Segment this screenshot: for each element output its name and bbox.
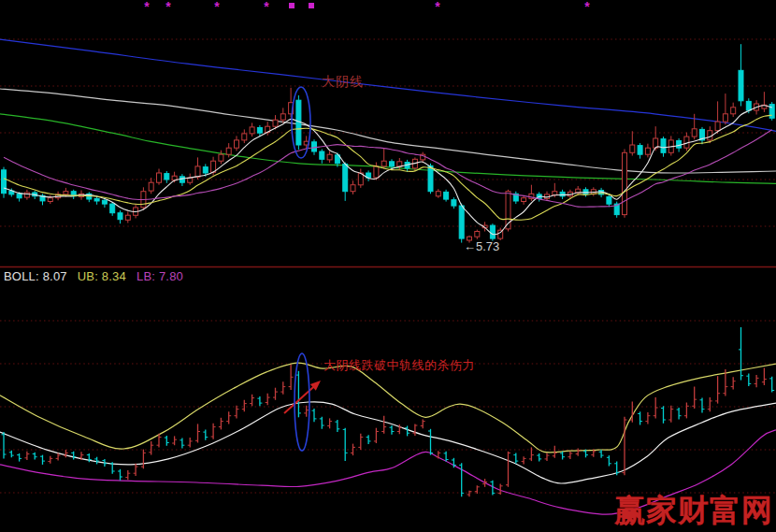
event-marker-asterisk-icon: * [144, 0, 150, 14]
event-marker-asterisk-icon: * [435, 0, 440, 14]
stock-chart-window: ****** BOLL: 8.07UB: 8.34LB: 7.80 大阴线 ←5… [0, 0, 776, 532]
candlestick [428, 165, 433, 191]
candlestick [731, 108, 736, 114]
candlestick [64, 192, 68, 194]
candlestick [452, 200, 456, 206]
event-marker-asterisk-icon: * [214, 0, 220, 14]
candlestick [560, 192, 565, 196]
candlestick [157, 173, 162, 182]
boll-lb-value: LB: 7.80 [137, 269, 183, 283]
candlestick [94, 198, 99, 201]
boll-band-UB [0, 363, 776, 453]
candlestick [257, 128, 262, 134]
candlestick [17, 194, 22, 198]
candlestick [444, 192, 449, 199]
candlestick [739, 70, 743, 101]
event-marker-asterisk-icon: * [165, 0, 171, 14]
candlestick [692, 129, 697, 137]
candlestick [374, 166, 379, 178]
candlestick [203, 167, 208, 173]
candlestick [381, 161, 386, 166]
candlestick [723, 114, 727, 122]
kline-main-panel [0, 39, 776, 243]
annotation-big-bearish-candle: 大阴线 [322, 75, 364, 89]
event-marker-asterisk-icon: * [584, 0, 590, 14]
boll-mid-value: BOLL: 8.07 [4, 269, 67, 283]
boll-indicator-panel [0, 321, 776, 514]
candlestick [118, 213, 122, 220]
low-price-label: ←5.73 [464, 240, 499, 253]
candlestick [623, 152, 627, 214]
candlestick [273, 120, 278, 126]
candlestick [312, 142, 317, 151]
candlestick [320, 151, 324, 159]
candlestick [110, 204, 115, 213]
candlestick [24, 193, 29, 197]
candlestick [553, 192, 557, 195]
candlestick [343, 164, 348, 191]
chart-canvas[interactable]: ****** [0, 0, 776, 532]
candlestick [436, 192, 440, 196]
candlestick [219, 154, 223, 161]
candlestick [351, 185, 355, 192]
candlestick [661, 139, 666, 153]
candlestick [475, 232, 480, 237]
event-marker-square-icon [309, 3, 314, 8]
long-term-ma-blue [0, 39, 776, 131]
candlestick [522, 198, 526, 202]
candlestick [645, 148, 650, 154]
candlestick [180, 177, 184, 182]
candlestick [48, 198, 52, 202]
event-marker-square-icon [289, 3, 295, 8]
candlestick [226, 148, 231, 154]
watermark-logo: 赢家财富网 [614, 490, 773, 532]
candlestick [769, 105, 774, 119]
candlestick [583, 190, 588, 194]
arrow-shaft [284, 384, 317, 413]
candlestick [746, 101, 751, 110]
candlestick [607, 197, 611, 205]
event-marker-asterisk-icon: * [264, 0, 269, 14]
candlestick [165, 174, 169, 180]
boll-indicator-labels: BOLL: 8.07UB: 8.34LB: 7.80 [4, 270, 194, 283]
candlestick [125, 215, 130, 220]
candlestick [630, 145, 635, 152]
candlestick [250, 127, 254, 134]
candlestick [242, 134, 247, 140]
candlestick [2, 170, 7, 194]
candlestick [677, 141, 682, 149]
candlestick [638, 146, 642, 155]
candlestick [235, 140, 239, 148]
long-term-ma-white [0, 89, 776, 173]
candlestick [490, 225, 495, 238]
boll-band-MID [0, 402, 776, 483]
candlestick [102, 200, 107, 204]
candlestick [715, 122, 720, 131]
boll-ub-value: UB: 8.34 [78, 269, 126, 283]
candlestick [327, 154, 332, 160]
candlestick [195, 166, 200, 178]
annotation-boll-midline-break: 大阴线跌破中轨线的杀伤力 [323, 359, 475, 372]
candlestick [390, 162, 395, 166]
candlestick [149, 182, 153, 191]
candlestick [280, 114, 285, 120]
candlestick [397, 162, 402, 166]
candlestick [459, 206, 464, 238]
